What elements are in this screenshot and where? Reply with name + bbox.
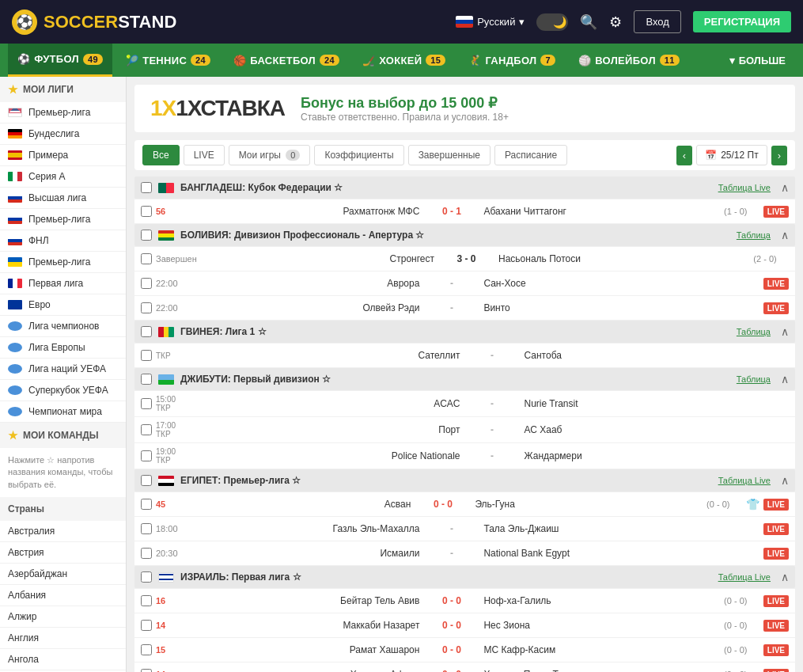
nav-more[interactable]: ▾ БОЛЬШЕ — [720, 55, 795, 66]
nav-volleyball[interactable]: 🏐 ВОЛЕЙБОЛ 11 — [569, 44, 689, 77]
match-checkbox[interactable] — [141, 523, 152, 534]
collapse-gn[interactable]: ∧ — [781, 325, 789, 338]
match-checkbox[interactable] — [141, 424, 152, 435]
collapse-bd[interactable]: ∧ — [781, 181, 789, 194]
table-link-bd[interactable]: Таблица Live — [718, 183, 771, 192]
nav-tennis[interactable]: 🎾 ТЕННИС 24 — [116, 44, 220, 77]
nav-volleyball-label: ВОЛЕЙБОЛ — [595, 55, 656, 66]
sidebar-country-azerbaijan[interactable]: Азербайджан — [0, 564, 126, 585]
star-icon-teams: ★ — [8, 429, 18, 442]
sidebar-country-angola[interactable]: Ангола — [0, 649, 126, 670]
league-checkbox-bd[interactable] — [141, 182, 152, 193]
sidebar-item-vysshaya[interactable]: Высшая лига — [0, 188, 126, 209]
nav-basketball[interactable]: 🏀 БАСКЕТБОЛ 24 — [224, 44, 349, 77]
collapse-dj[interactable]: ∧ — [781, 373, 789, 385]
table-link-il[interactable]: Таблица Live — [718, 572, 771, 582]
sidebar-item-label: ФНЛ — [28, 235, 49, 246]
match-home: Олвейз Рэди — [195, 302, 426, 313]
login-button[interactable]: Вход — [634, 10, 680, 33]
match-checkbox[interactable] — [141, 253, 152, 264]
sidebar-item-premier-ua[interactable]: Премьер-лига — [0, 252, 126, 273]
sidebar-item-ligue1[interactable]: Первая лига — [0, 273, 126, 294]
logo[interactable]: ⚽ SOCCERSTAND — [12, 9, 176, 35]
sidebar-item-ucl[interactable]: Лига чемпионов — [0, 316, 126, 337]
sidebar-item-premier-ru[interactable]: Премьер-лига — [0, 209, 126, 230]
sidebar-item-supercup[interactable]: Суперкубок УЕФА — [0, 380, 126, 401]
sidebar-item-euro[interactable]: Евро — [0, 294, 126, 316]
filters-bar: Все LIVE Мои игры 0 Коэффициенты Заверше… — [134, 140, 795, 170]
date-next[interactable]: › — [771, 146, 787, 165]
collapse-il[interactable]: ∧ — [781, 571, 789, 583]
table-link-eg[interactable]: Таблица Live — [718, 476, 771, 485]
table-link-dj[interactable]: Таблица — [737, 374, 771, 384]
search-icon[interactable]: 🔍 — [580, 13, 597, 31]
filter-odds[interactable]: Коэффициенты — [314, 145, 403, 165]
my-teams-note: Нажмите ☆ напротив названия команды, что… — [0, 448, 126, 497]
date-prev[interactable]: ‹ — [676, 146, 692, 165]
hockey-count: 15 — [426, 55, 445, 66]
league-checkbox-il[interactable] — [141, 571, 152, 583]
match-checkbox[interactable] — [141, 206, 152, 217]
match-time: Завершен — [156, 254, 191, 264]
match-away: Сан-Хосе — [477, 278, 707, 289]
live-badge: LIVE — [763, 523, 789, 535]
volleyball-icon: 🏐 — [578, 55, 591, 66]
sidebar-country-austria[interactable]: Австрия — [0, 542, 126, 564]
ad-banner[interactable]: 1Х1ХСТАВКА Бонус на выбор до 15 000 ₽ Ст… — [134, 85, 795, 132]
league-checkbox-dj[interactable] — [141, 374, 152, 385]
nav-football[interactable]: ⚽ ФУТБОЛ 49 — [8, 44, 112, 77]
filter-all[interactable]: Все — [142, 145, 180, 165]
league-checkbox-bo[interactable] — [141, 230, 152, 241]
match-home: Газль Эль-Махалла — [195, 523, 426, 534]
sidebar-item-premier-eng[interactable]: Премьер-лига — [0, 102, 126, 123]
league-checkbox-eg[interactable] — [141, 475, 152, 486]
sidebar-item-worldcup[interactable]: Чемпионат мира — [0, 401, 126, 423]
sidebar-item-unl[interactable]: Лига наций УЕФА — [0, 359, 126, 380]
filter-live[interactable]: LIVE — [184, 145, 225, 165]
match-score: 0 - 0 — [430, 669, 473, 672]
match-checkbox[interactable] — [141, 595, 152, 606]
match-checkbox[interactable] — [141, 450, 152, 461]
sidebar-item-bundesliga[interactable]: Бундеслига — [0, 123, 126, 145]
sidebar-item-uel[interactable]: Лига Европы — [0, 337, 126, 359]
flag-france — [8, 279, 22, 288]
league-checkbox-gn[interactable] — [141, 326, 152, 337]
filter-my-games[interactable]: Мои игры 0 — [229, 145, 311, 165]
sidebar-country-australia[interactable]: Австралия — [0, 521, 126, 542]
settings-icon[interactable]: ⚙ — [609, 13, 622, 31]
sidebar-item-primera[interactable]: Примера — [0, 145, 126, 166]
sidebar-item-serie-a[interactable]: Серия А — [0, 166, 126, 188]
tennis-count: 24 — [191, 55, 210, 66]
match-checkbox[interactable] — [141, 302, 152, 313]
match-checkbox[interactable] — [141, 499, 152, 510]
sidebar-country-england[interactable]: Англия — [0, 628, 126, 649]
match-checkbox[interactable] — [141, 398, 152, 409]
sidebar-item-fnl[interactable]: ФНЛ — [0, 230, 126, 252]
basketball-icon: 🏀 — [233, 55, 246, 66]
register-button[interactable]: РЕГИСТРАЦИЯ — [693, 11, 791, 32]
match-checkbox[interactable] — [141, 620, 152, 631]
league-egypt: ЕГИПЕТ: Премьер-лига ☆ Таблица Live ∧ — [134, 469, 795, 492]
match-checkbox[interactable] — [141, 669, 152, 672]
nav-hockey[interactable]: 🏒 ХОККЕЙ 15 — [353, 44, 455, 77]
live-badge: LIVE — [763, 206, 789, 218]
match-time: 15:00 ТКР — [156, 395, 191, 412]
sidebar-country-albania[interactable]: Албания — [0, 585, 126, 606]
match-checkbox[interactable] — [141, 350, 152, 361]
football-icon: ⚽ — [17, 53, 30, 65]
theme-toggle[interactable] — [536, 13, 568, 31]
table-link-gn[interactable]: Таблица — [737, 327, 771, 336]
match-checkbox[interactable] — [141, 644, 152, 655]
match-checkbox[interactable] — [141, 548, 152, 559]
collapse-bo[interactable]: ∧ — [781, 229, 789, 241]
filter-schedule[interactable]: Расписание — [494, 145, 567, 165]
match-home: Аврора — [195, 278, 426, 289]
match-time: 16 — [156, 596, 191, 606]
table-link-bo[interactable]: Таблица — [737, 230, 771, 240]
nav-handball[interactable]: 🤾 ГАНДБОЛ 7 — [459, 44, 565, 77]
match-checkbox[interactable] — [141, 278, 152, 289]
filter-finished[interactable]: Завершенные — [408, 145, 491, 165]
sidebar-country-algeria[interactable]: Алжир — [0, 606, 126, 628]
collapse-eg[interactable]: ∧ — [781, 474, 789, 487]
language-selector[interactable]: Русский ▾ — [456, 16, 525, 28]
